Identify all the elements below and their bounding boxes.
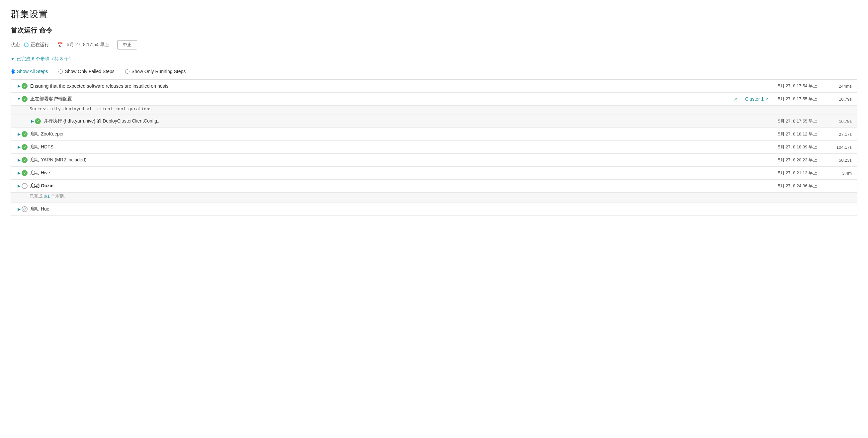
expand-button[interactable]: ▶ (16, 158, 22, 162)
success-icon: ✓ (22, 170, 28, 176)
table-row: ▶ ✓ 启动 Hive 5月 27, 8:21:13 早上 3.4m (11, 167, 857, 180)
status-indicator: 正在运行 (24, 42, 49, 48)
step-detail-text: Successfully deployed all client configu… (30, 106, 154, 111)
table-row: ▶ ✓ Ensuring that the expected software … (11, 80, 857, 93)
external-link-icon: ↗ (734, 97, 737, 102)
step-datetime: 5月 27, 8:18:12 早上 (772, 131, 825, 137)
step-duration: 3.4m (825, 171, 852, 176)
clock-icon: ⏱ (22, 206, 28, 212)
step-sub-info-text: 已完成 0/1 个步骤。 (30, 193, 68, 199)
status-label: 状态 (11, 42, 20, 48)
chevron-down-icon[interactable]: ▼ (11, 57, 14, 61)
filter-row: Show All Steps Show Only Failed Steps Sh… (11, 69, 857, 74)
table-row: ▶ ✓ 启动 YARN (MR2 Included) 5月 27, 8:20:2… (11, 154, 857, 167)
step-name: 启动 HDFS (30, 144, 772, 150)
filter-failed-radio[interactable] (58, 69, 63, 74)
filter-running-radio[interactable] (125, 69, 129, 74)
steps-summary: ▼ 已完成 6 个步骤（共 8 个）。 (11, 56, 857, 62)
expand-button[interactable]: ▶ (16, 184, 22, 188)
filter-all-radio[interactable] (11, 69, 15, 74)
filter-all-label: Show All Steps (17, 69, 48, 74)
step-name: 并行执行 {hdfs,yarn,hive} 的 DeployClusterCli… (43, 118, 772, 124)
status-circle-icon (24, 42, 29, 47)
step-datetime: 5月 27, 8:18:39 早上 (772, 144, 825, 150)
table-row: ▶ ✓ 并行执行 {hdfs,yarn,hive} 的 DeployCluste… (11, 115, 857, 128)
status-row: 状态 正在运行 📅 5月 27, 8:17:54 早上 中止 (11, 40, 857, 50)
expand-button[interactable]: ▼ (16, 97, 22, 101)
table-row: ▶ 启动 Oozie 5月 27, 8:24:36 早上 (11, 180, 857, 193)
status-value: 正在运行 (31, 42, 49, 48)
cluster-external-link-icon: ↗ (765, 97, 768, 101)
step-datetime: 5月 27, 8:17:55 早上 (772, 96, 825, 102)
cluster-1-link[interactable]: Cluster 1 ↗ (745, 96, 768, 102)
step-duration: 27.17s (825, 132, 852, 137)
run-datetime: 5月 27, 8:17:54 早上 (67, 42, 109, 48)
success-icon: ✓ (22, 83, 28, 89)
step-name: 正在部署客户端配置 (30, 96, 730, 102)
abort-button[interactable]: 中止 (117, 40, 137, 50)
expand-button[interactable]: ▶ (16, 207, 22, 212)
success-icon: ✓ (22, 144, 28, 150)
table-row: ▶ ✓ 启动 HDFS 5月 27, 8:18:39 早上 104.17s (11, 141, 857, 154)
table-row: ▶ ⏱ 启动 Hue (11, 203, 857, 216)
success-icon: ✓ (22, 157, 28, 163)
step-name: 启动 ZooKeeper (30, 131, 772, 137)
expand-button[interactable]: ▶ (30, 119, 35, 124)
filter-failed-label: Show Only Failed Steps (65, 69, 114, 74)
step-duration: 104.17s (825, 145, 852, 150)
step-datetime: 5月 27, 8:17:54 早上 (772, 83, 825, 89)
expand-button[interactable]: ▶ (16, 84, 22, 88)
step-datetime: 5月 27, 8:20:23 早上 (772, 157, 825, 163)
step-datetime: 5月 27, 8:21:13 早上 (772, 170, 825, 176)
success-icon: ✓ (22, 131, 28, 137)
step-detail-row: Successfully deployed all client configu… (11, 105, 857, 115)
table-row: ▼ ✓ 正在部署客户端配置 ↗ Cluster 1 ↗ 5月 27, 8:17:… (11, 93, 857, 105)
step-duration: 50.23s (825, 158, 852, 163)
step-duration: 16.79s (825, 119, 852, 124)
step-datetime: 5月 27, 8:17:55 早上 (772, 118, 825, 124)
cluster-1-text: Cluster 1 (745, 96, 764, 102)
expand-button[interactable]: ▶ (16, 132, 22, 136)
expand-button[interactable]: ▶ (16, 171, 22, 175)
step-name: 启动 YARN (MR2 Included) (30, 157, 772, 163)
steps-summary-link[interactable]: 已完成 6 个步骤（共 8 个）。 (17, 56, 78, 62)
running-icon (22, 183, 28, 189)
cluster-link[interactable]: ↗ (734, 97, 737, 102)
filter-running-label: Show Only Running Steps (131, 69, 186, 74)
filter-running-option[interactable]: Show Only Running Steps (125, 69, 186, 74)
section-title: 首次运行 命令 (11, 26, 857, 35)
step-sub-info-row: 已完成 0/1 个步骤。 (11, 193, 857, 203)
step-datetime: 5月 27, 8:24:36 早上 (772, 183, 825, 189)
step-name: Ensuring that the expected software rele… (30, 83, 772, 89)
success-icon: ✓ (35, 118, 41, 124)
step-name: 启动 Hive (30, 170, 772, 176)
step-name: 启动 Oozie (30, 183, 772, 189)
calendar-icon: 📅 (57, 42, 63, 48)
step-duration: 244ms (825, 84, 852, 89)
expand-button[interactable]: ▶ (16, 145, 22, 150)
table-row: ▶ ✓ 启动 ZooKeeper 5月 27, 8:18:12 早上 27.17… (11, 128, 857, 141)
page-title: 群集设置 (11, 8, 857, 21)
steps-container: ▶ ✓ Ensuring that the expected software … (11, 80, 857, 216)
step-name: 启动 Hue (30, 206, 772, 212)
step-duration: 16.79s (825, 97, 852, 102)
filter-all-option[interactable]: Show All Steps (11, 69, 48, 74)
success-icon: ✓ (22, 96, 28, 102)
filter-failed-option[interactable]: Show Only Failed Steps (58, 69, 114, 74)
